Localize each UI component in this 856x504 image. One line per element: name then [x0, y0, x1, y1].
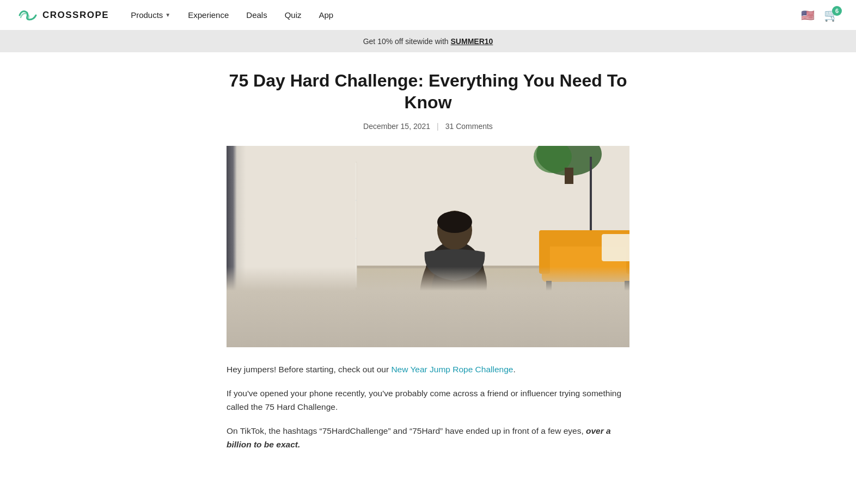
svg-rect-5 — [280, 162, 357, 287]
svg-point-32 — [362, 324, 400, 343]
para1-suffix: . — [513, 365, 515, 374]
new-year-challenge-link[interactable]: New Year Jump Rope Challenge — [391, 365, 513, 374]
header-right: 🇺🇸 🛒 6 — [800, 8, 839, 22]
products-dropdown-arrow: ▼ — [165, 12, 170, 18]
svg-rect-22 — [539, 230, 550, 274]
nav-experience[interactable]: Experience — [188, 10, 229, 20]
article-comments[interactable]: 31 Comments — [445, 122, 493, 131]
article-title: 75 Day Hard Challenge: Everything You Ne… — [227, 70, 629, 113]
svg-rect-10 — [299, 187, 305, 200]
svg-point-30 — [437, 302, 461, 317]
main-content: 75 Day Hard Challenge: Everything You Ne… — [216, 52, 640, 483]
svg-rect-25 — [625, 281, 629, 291]
article-meta: December 15, 2021 | 31 Comments — [227, 122, 629, 131]
svg-point-13 — [292, 259, 307, 265]
svg-rect-14 — [296, 248, 303, 262]
cart-badge: 6 — [832, 6, 842, 16]
crossrope-logo-icon — [17, 8, 38, 23]
svg-rect-26 — [602, 234, 629, 261]
nav-quiz[interactable]: Quiz — [285, 10, 302, 20]
svg-rect-4 — [227, 184, 275, 282]
article-date: December 15, 2021 — [363, 122, 430, 131]
article-para-3: On TikTok, the hashtags “75HardChallenge… — [227, 424, 629, 452]
svg-marker-11 — [310, 208, 321, 217]
logo-text: CROSSROPE — [42, 10, 109, 21]
svg-rect-24 — [546, 281, 552, 291]
svg-rect-1 — [227, 266, 629, 347]
nav-products[interactable]: Products ▼ — [131, 10, 170, 20]
svg-rect-9 — [293, 188, 298, 200]
nav-deals[interactable]: Deals — [246, 10, 267, 20]
svg-point-29 — [437, 211, 472, 233]
site-header: CROSSROPE Products ▼ Experience Deals Qu… — [0, 0, 856, 30]
article-image-container: CROSSROPE — [227, 146, 629, 347]
cart-button[interactable]: 🛒 6 — [824, 8, 839, 22]
hero-svg — [227, 146, 629, 347]
country-flag-icon[interactable]: 🇺🇸 — [800, 10, 815, 21]
promo-text: Get 10% off sitewide with — [363, 37, 451, 46]
article-hero-image: CROSSROPE — [227, 146, 629, 347]
header-left: CROSSROPE Products ▼ Experience Deals Qu… — [17, 8, 333, 23]
watermark-logo-icon — [235, 334, 244, 340]
para1-prefix: Hey jumpers! Before starting, check out … — [227, 365, 391, 374]
svg-point-31 — [436, 299, 474, 330]
main-nav: Products ▼ Experience Deals Quiz App — [131, 10, 333, 20]
promo-code-link[interactable]: SUMMER10 — [451, 37, 493, 46]
svg-rect-3 — [227, 179, 280, 320]
svg-rect-17 — [565, 168, 573, 184]
para3-prefix: On TikTok, the hashtags “75HardChallenge… — [227, 426, 586, 435]
watermark-text: CROSSROPE — [247, 333, 296, 341]
article-para-1: Hey jumpers! Before starting, check out … — [227, 362, 629, 377]
image-watermark: CROSSROPE — [235, 333, 296, 341]
svg-rect-8 — [286, 187, 292, 200]
article-para-2: If you've opened your phone recently, yo… — [227, 386, 629, 414]
meta-divider: | — [437, 122, 439, 131]
svg-rect-33 — [227, 327, 303, 341]
article-body: Hey jumpers! Before starting, check out … — [227, 362, 629, 452]
promo-bar: Get 10% off sitewide with SUMMER10 — [0, 30, 856, 52]
nav-app[interactable]: App — [319, 10, 334, 20]
logo[interactable]: CROSSROPE — [17, 8, 109, 23]
